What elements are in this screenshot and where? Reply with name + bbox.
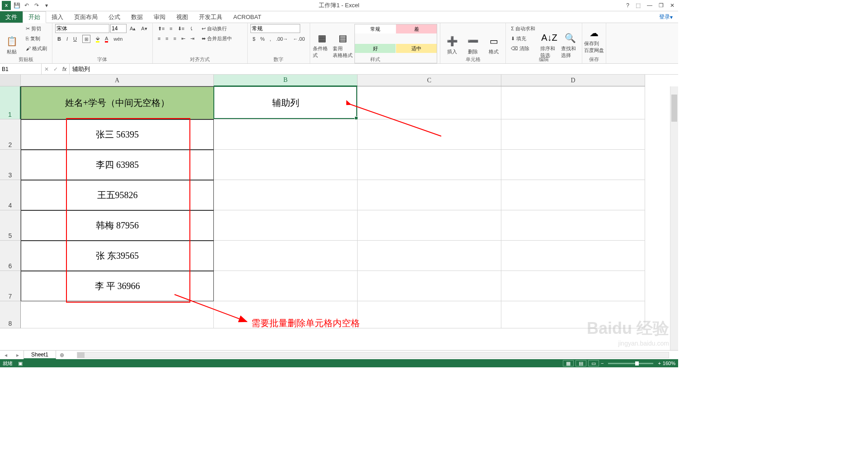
cell-D4[interactable] — [501, 180, 645, 210]
phonetic-button[interactable]: wén — [111, 34, 125, 43]
help-icon[interactable]: ? — [624, 2, 631, 9]
number-format-select[interactable] — [250, 24, 300, 33]
copy-button[interactable]: ⎘复制 — [24, 34, 49, 43]
wrap-text-button[interactable]: ↩自动换行 — [199, 24, 234, 33]
format-painter-button[interactable]: 🖌格式刷 — [24, 44, 49, 53]
cell-C5[interactable] — [358, 210, 501, 241]
autosum-button[interactable]: Σ自动求和 — [509, 24, 538, 33]
percent-icon[interactable]: % — [258, 34, 267, 43]
select-all-corner[interactable] — [0, 75, 21, 86]
cell-D8[interactable] — [501, 301, 645, 328]
cell-A2[interactable]: 张三 56395 — [21, 119, 214, 150]
undo-icon[interactable]: ↶ — [23, 1, 31, 9]
currency-icon[interactable]: $ — [250, 34, 258, 43]
login-link[interactable]: 登录 ▾ — [654, 11, 678, 23]
align-bottom-icon[interactable]: ⬇≡ — [175, 24, 187, 33]
orientation-icon[interactable]: ⤹ — [187, 24, 196, 33]
save-icon[interactable]: 💾 — [13, 1, 21, 9]
zoom-level[interactable]: 160% — [663, 361, 675, 366]
cell-B6[interactable] — [214, 241, 358, 271]
cell-D1[interactable] — [501, 86, 645, 119]
zoom-slider[interactable] — [608, 363, 653, 364]
style-normal[interactable]: 常规 — [355, 24, 396, 33]
row-header-8[interactable]: 8 — [0, 301, 21, 328]
tab-formulas[interactable]: 公式 — [103, 11, 126, 23]
zoom-out-icon[interactable]: − — [601, 361, 604, 366]
tab-layout[interactable]: 页面布局 — [69, 11, 103, 23]
tab-home[interactable]: 开始 — [23, 11, 46, 23]
tab-insert[interactable]: 插入 — [46, 11, 69, 23]
name-box-input[interactable] — [0, 66, 41, 72]
cell-D2[interactable] — [501, 119, 645, 150]
align-left-icon[interactable]: ≡ — [156, 34, 163, 43]
qat-customize-icon[interactable]: ▾ — [42, 1, 51, 9]
scroll-thumb[interactable] — [671, 95, 677, 122]
cell-A1[interactable]: 姓名+学号（中间无空格） — [21, 86, 214, 119]
name-box[interactable] — [0, 64, 42, 74]
ribbon-display-icon[interactable]: ⬚ — [634, 2, 642, 9]
page-break-view-icon[interactable]: ▭ — [588, 360, 599, 366]
col-header-D[interactable]: D — [501, 75, 645, 86]
sheet-nav-prev-icon[interactable]: ◂ — [0, 352, 12, 358]
cell-C4[interactable] — [358, 180, 501, 210]
style-bad[interactable]: 差 — [396, 24, 437, 33]
tab-file[interactable]: 文件 — [0, 11, 23, 23]
fill-button[interactable]: ⬇填充 — [509, 34, 538, 43]
sheet-tab[interactable]: Sheet1 — [24, 351, 56, 359]
italic-button[interactable]: I — [64, 34, 70, 43]
horizontal-scrollbar[interactable] — [77, 352, 669, 358]
cut-button[interactable]: ✂剪切 — [24, 24, 49, 33]
increase-decimal-icon[interactable]: .00→ — [274, 34, 290, 43]
fx-icon[interactable]: fx — [62, 66, 66, 72]
cell-grid[interactable]: 姓名+学号（中间无空格）辅助列张三 56395李四 63985王五95826韩梅… — [21, 86, 670, 350]
page-layout-view-icon[interactable]: ▤ — [576, 360, 586, 366]
decrease-decimal-icon[interactable]: ←.00 — [291, 34, 307, 43]
cell-D5[interactable] — [501, 210, 645, 241]
tab-developer[interactable]: 开发工具 — [193, 11, 228, 23]
enter-icon[interactable]: ✓ — [53, 66, 58, 72]
style-neutral[interactable]: 适中 — [396, 44, 437, 53]
hscroll-thumb[interactable] — [77, 352, 85, 358]
font-color-button[interactable]: A — [103, 34, 110, 43]
macro-record-icon[interactable]: ▣ — [18, 361, 23, 366]
merge-center-button[interactable]: ⬌合并后居中 — [199, 34, 234, 43]
row-header-5[interactable]: 5 — [0, 210, 21, 241]
zoom-in-icon[interactable]: + — [658, 361, 660, 366]
border-button[interactable]: ⊞ — [80, 34, 93, 43]
restore-icon[interactable]: ❐ — [657, 2, 665, 9]
bold-button[interactable]: B — [55, 34, 63, 43]
row-header-1[interactable]: 1 — [0, 86, 21, 119]
cell-B1[interactable]: 辅助列 — [214, 86, 358, 119]
cell-A8[interactable] — [21, 301, 214, 328]
col-header-B[interactable]: B — [214, 75, 358, 86]
tab-view[interactable]: 视图 — [171, 11, 193, 23]
row-header-4[interactable]: 4 — [0, 180, 21, 210]
font-size-input[interactable] — [110, 24, 127, 33]
cell-A7[interactable]: 李 平 36966 — [21, 271, 214, 301]
clear-button[interactable]: ⌫清除 — [509, 44, 538, 53]
cell-C1[interactable] — [358, 86, 501, 119]
cell-C3[interactable] — [358, 150, 501, 180]
decrease-font-icon[interactable]: A▾ — [139, 24, 149, 33]
underline-button[interactable]: U — [71, 34, 79, 43]
cell-D3[interactable] — [501, 150, 645, 180]
add-sheet-icon[interactable]: ⊕ — [56, 352, 68, 358]
baidu-save-button[interactable]: ☁保存到 百度网盘 — [585, 24, 603, 54]
row-header-2[interactable]: 2 — [0, 119, 21, 150]
style-good[interactable]: 好 — [355, 44, 396, 53]
formula-input[interactable] — [70, 64, 678, 74]
cell-C8[interactable] — [358, 301, 501, 328]
font-name-input[interactable] — [55, 24, 109, 33]
cell-B7[interactable] — [214, 271, 358, 301]
row-header-6[interactable]: 6 — [0, 241, 21, 271]
cell-A4[interactable]: 王五95826 — [21, 180, 214, 210]
normal-view-icon[interactable]: ▦ — [563, 360, 574, 366]
cell-B4[interactable] — [214, 180, 358, 210]
cell-A3[interactable]: 李四 63985 — [21, 150, 214, 180]
cell-B5[interactable] — [214, 210, 358, 241]
cell-C7[interactable] — [358, 271, 501, 301]
cell-D6[interactable] — [501, 241, 645, 271]
align-center-icon[interactable]: ≡ — [163, 34, 170, 43]
close-icon[interactable]: ✕ — [668, 2, 676, 9]
col-header-A[interactable]: A — [21, 75, 214, 86]
